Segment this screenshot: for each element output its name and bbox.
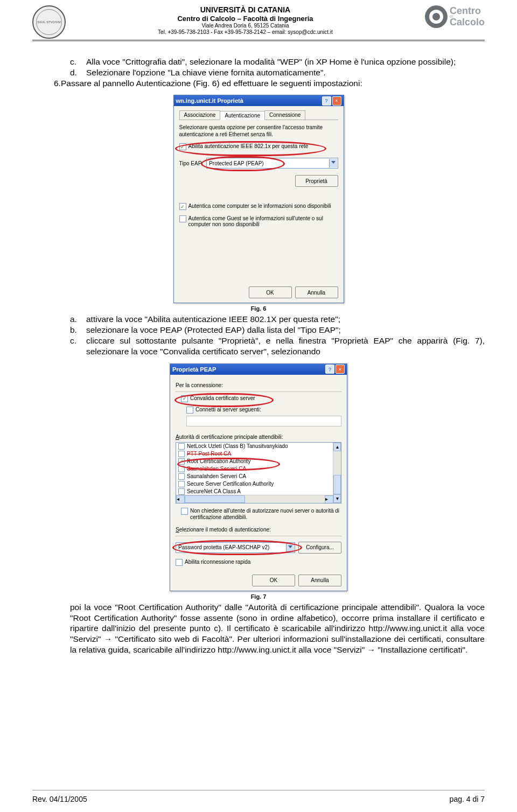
page-footer: Rev. 04/11/2005 pag. 4 di 7 <box>32 795 485 803</box>
checkbox-icon <box>178 473 185 480</box>
item-c-text: Alla voce "Crittografia dati", seleziona… <box>86 57 456 67</box>
centro-calcolo-logo: Centro di Calcolo <box>425 5 485 28</box>
ca-listbox[interactable]: NetLock Uzleti (Class B) Tanusitvanykiad… <box>176 442 341 503</box>
cancel-button[interactable]: Annulla <box>295 286 338 298</box>
auth-label: AAutorità di certificazione principale a… <box>176 434 283 440</box>
checkbox-icon <box>178 488 185 495</box>
ca-list-item[interactable]: Secure Server Certification Authority <box>176 480 341 488</box>
tab-connessione[interactable]: Connessione <box>264 110 305 120</box>
fig6-title: wn.ing.unict.it Proprietà <box>176 97 321 104</box>
fig7-title: Proprietà PEAP <box>172 366 324 373</box>
checkbox-icon <box>181 508 188 515</box>
item-d-label: d. <box>70 67 82 78</box>
tab-autenticazione[interactable]: Autenticazione <box>220 111 265 120</box>
footer-page: pag. 4 di 7 <box>450 795 485 803</box>
fig6-tabs: Associazione Autenticazione Connessione <box>179 110 338 120</box>
checkbox-abilita-8021x[interactable]: ✓ Abilita autenticazione IEEE 802.1x per… <box>179 143 338 150</box>
checkbox-guest-label: Autentica come Guest se le informazioni … <box>188 215 338 227</box>
chevron-down-icon <box>288 545 292 548</box>
tail-paragraph: poi la voce "Root Certification Authorit… <box>70 602 485 655</box>
item-c-label: c. <box>70 57 82 67</box>
ok-button[interactable]: OK <box>252 575 295 586</box>
checkbox-icon <box>179 215 186 222</box>
cancel-button[interactable]: Annulla <box>298 575 341 586</box>
close-icon[interactable]: × <box>336 365 345 374</box>
checkbox-icon <box>178 466 185 472</box>
ca-item-label: NetLock Uzleti (Class B) Tanusitvanykiad… <box>187 443 288 449</box>
ca-list-item[interactable]: PTT Post Root CA <box>176 450 341 458</box>
scrollbar-horizontal[interactable]: ◂ ▸ <box>176 495 333 503</box>
proprieta-button[interactable]: Proprietà <box>295 175 338 187</box>
close-icon[interactable]: × <box>332 96 341 106</box>
checkbox-icon: ✓ <box>178 458 185 465</box>
item-c2-label: c. <box>70 335 82 357</box>
checkbox-autentica-guest[interactable]: Autentica come Guest se le informazioni … <box>179 215 338 227</box>
checkbox-icon <box>176 559 183 566</box>
address-line: Viale Andrea Doria 6, 95125 Catania <box>70 23 421 29</box>
center-name: Centro di Calcolo – Facoltà di Ingegneri… <box>70 15 421 23</box>
scroll-left-icon[interactable]: ◂ <box>176 495 185 503</box>
help-icon[interactable]: ? <box>325 365 334 374</box>
checkbox-icon <box>178 481 185 487</box>
ca-item-label: Saunalahden Serveri CA <box>187 473 246 479</box>
main-list-6: 6.Passare al pannello Autenticazione (Fi… <box>32 78 485 89</box>
university-seal-icon: SIGIL·STVDIVM <box>32 5 66 39</box>
item-b-text: selezionare la voce PEAP (Protected EAP)… <box>86 325 341 335</box>
checkbox-convalida[interactable]: ✓ Convalida certificato server <box>181 395 341 402</box>
tipo-eap-value: Protected EAP (PEAP) <box>209 160 264 166</box>
item-d-text: Selezionare l'opzione "La chiave viene f… <box>86 67 326 78</box>
item-6-text: Passare al pannello Autenticazione (Fig.… <box>61 79 362 88</box>
logo-text-calc: Calcolo <box>450 18 485 26</box>
ca-list-item[interactable]: SecureNet CA Class A <box>176 488 341 495</box>
tab-associazione[interactable]: Associazione <box>179 110 221 120</box>
contact-line: Tel. +39-95-738-2103 - Fax +39-95-738-21… <box>70 29 421 36</box>
scroll-thumb[interactable] <box>333 475 341 494</box>
item-b-label: b. <box>70 325 82 335</box>
auth-method-combo[interactable]: Password protetta (EAP-MSCHAP v2) <box>176 542 295 553</box>
scroll-thumb-h[interactable] <box>185 495 245 503</box>
sub-list-cd: c.Alla voce "Crittografia dati", selezio… <box>32 57 485 78</box>
checkbox-non-chiedere-label: Non chiedere all'utente di autorizzare n… <box>190 508 341 521</box>
checkbox-riconnessione[interactable]: Abilita riconnessione rapida <box>176 559 341 566</box>
ca-item-label: SecureNet CA Class A <box>187 488 241 494</box>
checkbox-autentica-computer[interactable]: ✓ Autentica come computer se le informaz… <box>179 203 338 210</box>
checkbox-icon <box>178 443 185 450</box>
fig7-titlebar[interactable]: Proprietà PEAP ? × <box>170 364 347 375</box>
tipo-eap-combo[interactable]: Protected EAP (PEAP) <box>206 158 338 169</box>
ca-item-label: Root Certification Authority <box>187 458 250 464</box>
server-input[interactable] <box>186 416 341 426</box>
university-name: UNIVERSITÀ DI CATANIA <box>200 5 290 14</box>
item-a-text: attivare la voce "Abilita autenticazione… <box>86 314 340 325</box>
ca-list-item[interactable]: Saunalahden Serveri CA <box>176 473 341 480</box>
checkbox-convalida-label: Convalida certificato server <box>190 395 255 401</box>
ca-item-label: Secure Server Certification Authority <box>187 481 274 487</box>
checkbox-icon: ✓ <box>181 395 188 402</box>
page-header: SIGIL·STVDIVM UNIVERSITÀ DI CATANIA Cent… <box>32 5 485 40</box>
ok-button[interactable]: OK <box>249 286 292 298</box>
scroll-down-icon[interactable]: ▾ <box>333 494 341 503</box>
gear-icon <box>425 5 448 28</box>
sub-list-abc: a.attivare la voce "Abilita autenticazio… <box>32 314 485 356</box>
scroll-up-icon[interactable]: ▴ <box>333 443 341 451</box>
checkbox-icon: ✓ <box>179 143 186 150</box>
fig6-lead: Selezionare questa opzione per consentir… <box>179 124 338 138</box>
ca-item-label: Saunalahden Serveri CA <box>187 466 246 472</box>
ca-list-item[interactable]: ✓Root Certification Authority <box>176 458 341 465</box>
fig6-titlebar[interactable]: wn.ing.unict.it Proprietà ? × <box>174 95 344 106</box>
checkbox-icon <box>186 407 193 414</box>
logo-text-big: Centro <box>450 7 485 15</box>
checkbox-non-chiedere[interactable]: Non chiedere all'utente di autorizzare n… <box>181 508 341 521</box>
ca-list-item[interactable]: Saunalahden Serveri CA <box>176 465 341 473</box>
scrollbar-vertical[interactable]: ▴ ▾ <box>333 443 341 503</box>
help-icon[interactable]: ? <box>322 96 331 106</box>
checkbox-connetti-server[interactable]: Connetti ai server seguenti: <box>186 407 341 414</box>
ca-list-item[interactable]: NetLock Uzleti (Class B) Tanusitvanykiad… <box>176 443 341 450</box>
item-6-label: 6. <box>54 79 61 88</box>
configura-button[interactable]: Configura... <box>298 542 341 554</box>
scroll-right-icon[interactable]: ▸ <box>325 495 333 503</box>
checkbox-abilita-label: Abilita autenticazione IEEE 802.1x per q… <box>188 143 309 149</box>
fig6-window: wn.ing.unict.it Proprietà ? × Associazio… <box>173 95 344 303</box>
item-c2-text: cliccare sul sottostante pulsante "Propr… <box>86 335 485 357</box>
tipo-eap-label: Tipo EAP: <box>179 160 204 166</box>
header-center: UNIVERSITÀ DI CATANIA Centro di Calcolo … <box>70 5 421 36</box>
